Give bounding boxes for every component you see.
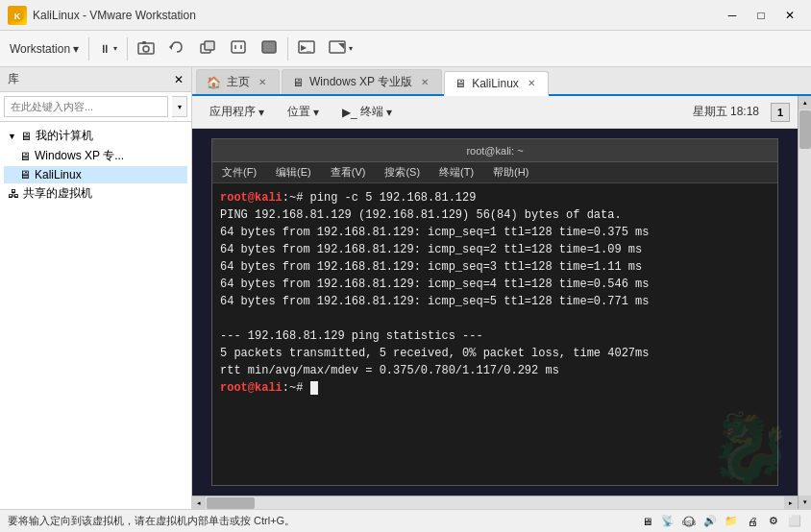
status-icon-folder[interactable]: 📁 <box>723 513 740 530</box>
terminal-line-2: PING 192.168.81.129 (192.168.81.129) 56(… <box>220 206 770 224</box>
tab-bar: 🏠 主页 ✕ 🖥 Windows XP 专业版 ✕ 🖥 KaliLinux ✕ <box>192 67 811 96</box>
winxp-tab-label: Windows XP 专业版 <box>309 74 412 90</box>
status-icon-printer[interactable]: 🖨 <box>744 513 761 530</box>
scroll-up-button[interactable]: ▴ <box>799 96 812 109</box>
svg-marker-15 <box>338 43 344 49</box>
terminal-menu-item[interactable]: 终端(T) <box>435 163 478 181</box>
vm-content-wrapper: 应用程序 ▾ 位置 ▾ ▶_ 终端 ▾ 星期五 18:18 1 <box>192 96 811 509</box>
toolbar-separator-3 <box>287 37 288 60</box>
terminal-window: root@kali: ~ 文件(F) 编辑(E) 查看(V) 搜索(S) 终端(… <box>211 138 778 486</box>
status-icon-expand[interactable]: ⬜ <box>786 513 803 530</box>
status-icon-usb[interactable]: USB <box>680 513 698 530</box>
sidebar-close-button[interactable]: ✕ <box>174 73 184 86</box>
horizontal-scrollbar-handle[interactable] <box>207 497 255 509</box>
title-text: KaliLinux - VMware Workstation <box>33 9 719 22</box>
terminal-line-11: root@kali:~# <box>220 379 770 397</box>
kali-tab-label: KaliLinux <box>472 77 519 90</box>
vm-screen[interactable]: root@kali: ~ 文件(F) 编辑(E) 查看(V) 搜索(S) 终端(… <box>192 129 798 496</box>
kali-tab-icon: 🖥 <box>455 77 466 90</box>
sidebar-search-container: ▾ <box>0 92 191 122</box>
window-controls: ─ □ ✕ <box>719 5 803 26</box>
help-menu[interactable]: 帮助(H) <box>489 163 532 181</box>
location-menu-button[interactable]: 位置 ▾ <box>278 100 329 124</box>
minimize-button[interactable]: ─ <box>719 5 746 26</box>
status-icon-sound[interactable]: 🔊 <box>701 513 719 530</box>
svg-text:USB: USB <box>682 519 696 525</box>
workstation-dropdown-icon: ▾ <box>73 42 79 56</box>
sidebar-search-input[interactable] <box>4 96 168 117</box>
terminal-line-3: 64 bytes from 192.168.81.129: icmp_seq=1… <box>220 224 770 241</box>
search-dropdown-button[interactable]: ▾ <box>172 96 187 117</box>
winxp-tab-close-button[interactable]: ✕ <box>418 76 431 89</box>
tab-kali[interactable]: 🖥 KaliLinux ✕ <box>444 71 549 96</box>
edit-menu[interactable]: 编辑(E) <box>272 163 315 181</box>
expand-icon <box>329 39 346 58</box>
pause-button[interactable]: ⏸ ▾ <box>93 35 123 63</box>
power2-button[interactable] <box>255 35 283 63</box>
status-icon-settings[interactable]: ⚙ <box>765 513 782 530</box>
workstation-label: Workstation <box>10 42 70 56</box>
scroll-down-button[interactable]: ▾ <box>799 496 812 509</box>
shared-label: 共享的虚拟机 <box>23 185 92 202</box>
view-menu[interactable]: 查看(V) <box>327 163 370 181</box>
maximize-button[interactable]: □ <box>748 5 774 26</box>
home-tab-close-button[interactable]: ✕ <box>256 76 269 89</box>
tab-home[interactable]: 🏠 主页 ✕ <box>196 69 280 94</box>
svg-text:K: K <box>14 12 21 21</box>
pause-dropdown-icon: ▾ <box>113 44 117 53</box>
svg-text:▶_: ▶_ <box>301 43 311 52</box>
search-menu[interactable]: 搜索(S) <box>381 163 424 181</box>
sidebar-item-shared[interactable]: 🖧 共享的虚拟机 <box>4 183 187 204</box>
terminal-dropdown-icon: ▾ <box>386 106 392 119</box>
right-scrollbar: ▴ ▾ <box>798 96 811 509</box>
expand-arrow-icon: ▼ <box>8 132 16 141</box>
main-toolbar: Workstation ▾ ⏸ ▾ ▶_ <box>0 31 811 67</box>
expand-btn[interactable]: ▾ <box>323 35 358 63</box>
revert-button[interactable] <box>162 35 191 63</box>
sidebar-tree: ▼ 🖥 我的计算机 🖥 Windows XP 专... 🖥 KaliLinux … <box>0 122 191 509</box>
kali-tab-close-button[interactable]: ✕ <box>525 77 538 90</box>
apps-label: 应用程序 <box>209 104 256 120</box>
vertical-scrollbar-track[interactable] <box>799 109 811 496</box>
terminal-menu-icon: ▶_ <box>342 106 357 119</box>
terminal-title-text: root@kali: ~ <box>466 145 523 157</box>
svg-rect-4 <box>142 41 146 44</box>
sidebar-item-winxp[interactable]: 🖥 Windows XP 专... <box>4 146 187 166</box>
clone-button[interactable] <box>193 35 222 63</box>
sidebar: 库 ✕ ▾ ▼ 🖥 我的计算机 🖥 Windows XP 专... 🖥 Kali… <box>0 67 192 509</box>
location-dropdown-icon: ▾ <box>313 106 319 119</box>
terminal-body[interactable]: root@kali:~# ping -c 5 192.168.81.129 PI… <box>212 183 777 485</box>
scroll-left-button[interactable]: ◂ <box>192 496 206 510</box>
scroll-right-button[interactable]: ▸ <box>784 496 798 510</box>
snapshot-button[interactable] <box>132 35 160 63</box>
vertical-scrollbar-handle[interactable] <box>799 110 811 149</box>
my-computer-label: 我的计算机 <box>36 128 93 144</box>
terminal-line-8: --- 192.168.81.129 ping statistics --- <box>220 327 770 345</box>
winxp-tab-icon: 🖥 <box>292 76 304 89</box>
sidebar-item-kali[interactable]: 🖥 KaliLinux <box>4 166 187 183</box>
snapshot-icon <box>137 39 155 58</box>
status-bar: 要将输入定向到该虚拟机，请在虚拟机内部单击或按 Ctrl+G。 🖥 📡 USB … <box>0 509 811 532</box>
sidebar-header: 库 ✕ <box>0 67 191 92</box>
file-menu[interactable]: 文件(F) <box>218 163 260 181</box>
toolbar-separator-2 <box>127 37 128 60</box>
terminal-menubar: 文件(F) 编辑(E) 查看(V) 搜索(S) 终端(T) 帮助(H) <box>212 162 777 183</box>
status-icon-network[interactable]: 📡 <box>659 513 676 530</box>
terminal-titlebar: root@kali: ~ <box>212 139 777 162</box>
horizontal-scrollbar-track[interactable] <box>206 496 784 509</box>
terminal-line-7: 64 bytes from 192.168.81.129: icmp_seq=5… <box>220 293 770 310</box>
terminal-btn[interactable]: ▶_ <box>292 35 321 63</box>
workstation-menu-button[interactable]: Workstation ▾ <box>4 35 85 63</box>
status-icon-monitor[interactable]: 🖥 <box>638 513 655 530</box>
sidebar-item-my-computer[interactable]: ▼ 🖥 我的计算机 <box>4 126 187 146</box>
winxp-label: Windows XP 专... <box>35 148 124 164</box>
computer-icon: 🖥 <box>20 130 32 143</box>
power-button[interactable] <box>224 35 253 63</box>
tab-winxp[interactable]: 🖥 Windows XP 专业版 ✕ <box>282 69 442 94</box>
kali-label: KaliLinux <box>35 168 82 181</box>
terminal-menu-button[interactable]: ▶_ 终端 ▾ <box>332 100 402 124</box>
terminal-line-9: 5 packets transmitted, 5 received, 0% pa… <box>220 345 770 362</box>
close-button[interactable]: ✕ <box>776 5 803 26</box>
apps-menu-button[interactable]: 应用程序 ▾ <box>200 100 274 124</box>
svg-rect-11 <box>262 41 276 53</box>
